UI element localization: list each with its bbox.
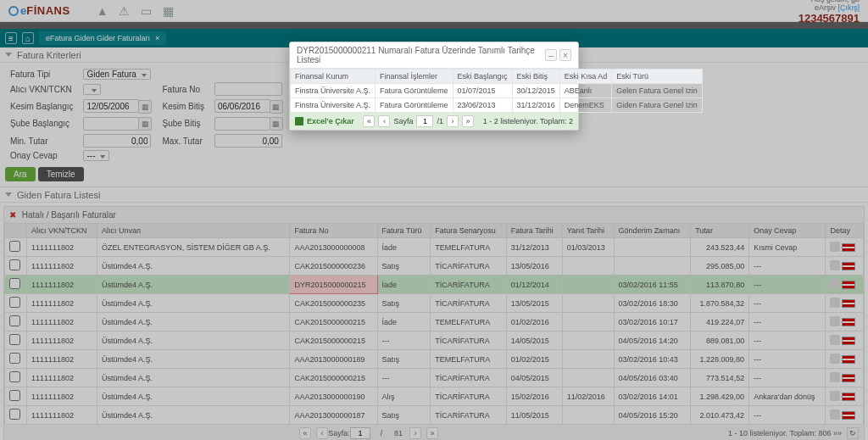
table-cell: ABEanlı bbox=[559, 84, 612, 98]
column-header: Eski Kısa Ad bbox=[559, 70, 612, 84]
table-cell: Finstra Üniversite A.Ş. bbox=[291, 98, 376, 113]
table-header-row: Finansal KurumFinansal İşlemlerEski Başl… bbox=[291, 70, 703, 84]
modal-pager-first-icon[interactable]: « bbox=[363, 115, 375, 127]
excel-icon bbox=[295, 117, 303, 125]
table-cell: Giden Fatura Genel Izin bbox=[612, 98, 703, 113]
modal-header: DYR2015000000211 Numaralı Fatura Üzerind… bbox=[290, 42, 578, 69]
modal-pager: Excel'e Çıkar « ‹ Sayfa /1 › » 1 - 2 lis… bbox=[290, 113, 578, 130]
modal-pager-prev-icon[interactable]: ‹ bbox=[378, 115, 390, 127]
modal-close-icon[interactable]: × bbox=[559, 49, 571, 61]
column-header: Eski Bitiş bbox=[512, 70, 559, 84]
modal-excel-btn[interactable]: Excel'e Çıkar bbox=[307, 117, 354, 125]
table-cell: 01/07/2015 bbox=[453, 84, 512, 98]
table-cell: 23/06/2013 bbox=[453, 98, 512, 113]
modal-pager-page[interactable] bbox=[416, 115, 433, 127]
table-cell: DenemEKS bbox=[559, 98, 612, 113]
modal-pager-total: /1 bbox=[437, 117, 443, 125]
table-cell: Finstra Üniversite A.Ş. bbox=[291, 84, 376, 98]
table-cell: Gelen Fatura Genel Izin bbox=[612, 84, 703, 98]
table-cell: 30/12/2015 bbox=[512, 84, 559, 98]
column-header: Finansal İşlemler bbox=[376, 70, 453, 84]
table-row[interactable]: Finstra Üniversite A.Ş.Fatura Görüntülem… bbox=[291, 98, 703, 113]
modal-pager-label: Sayfa bbox=[393, 117, 413, 125]
table-row[interactable]: Finstra Üniversite A.Ş.Fatura Görüntülem… bbox=[291, 84, 703, 98]
modal-overlay[interactable]: DYR2015000000211 Numaralı Fatura Üzerind… bbox=[0, 0, 868, 440]
modal-pager-last-icon[interactable]: » bbox=[462, 115, 474, 127]
column-header: Eski Türü bbox=[612, 70, 703, 84]
modal-pager-next-icon[interactable]: › bbox=[447, 115, 459, 127]
column-header: Finansal Kurum bbox=[291, 70, 376, 84]
history-modal: DYR2015000000211 Numaralı Fatura Üzerind… bbox=[289, 42, 579, 131]
column-header: Eski Başlangıç bbox=[453, 70, 512, 84]
table-cell: 31/12/2016 bbox=[512, 98, 559, 113]
modal-pager-status: 1 - 2 listeleniyor. Toplam: 2 bbox=[483, 117, 573, 125]
table-cell: Fatura Görüntüleme bbox=[376, 84, 453, 98]
modal-title: DYR2015000000211 Numaralı Fatura Üzerind… bbox=[297, 46, 542, 64]
modal-collapse-icon[interactable]: – bbox=[545, 49, 557, 61]
modal-table: Finansal KurumFinansal İşlemlerEski Başl… bbox=[290, 69, 703, 113]
table-cell: Fatura Görüntüleme bbox=[376, 98, 453, 113]
